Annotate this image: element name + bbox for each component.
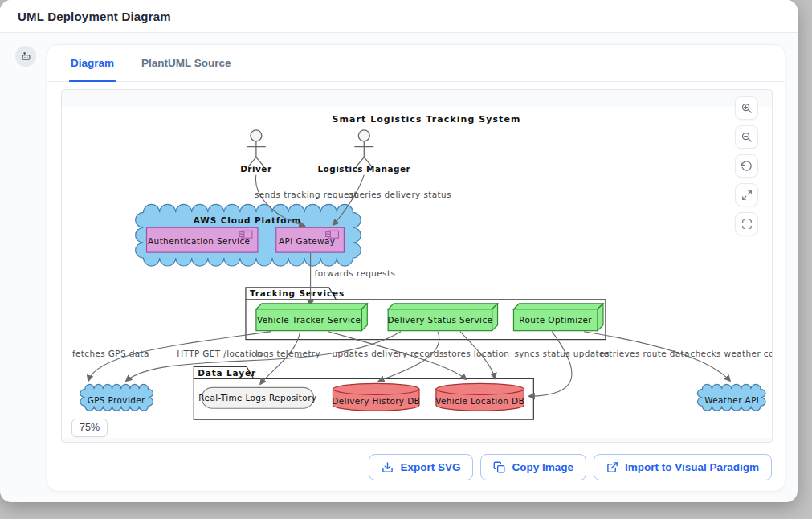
package-label: Tracking Services	[250, 288, 345, 298]
zoom-level-badge: 75%	[71, 419, 108, 437]
database-node: Delivery History DB	[332, 383, 420, 411]
expand-icon	[741, 190, 753, 201]
edge-label: syncs status updates	[514, 349, 609, 358]
diagram-card: Diagram PlantUML Source Smart Logistics …	[47, 44, 785, 492]
expand-button[interactable]	[735, 183, 758, 206]
fullscreen-button[interactable]	[735, 212, 758, 235]
cloud-label: Weather API	[704, 395, 759, 405]
edge-label: queries delivery status	[348, 190, 451, 199]
app-window: UML Deployment Diagram Diagram PlantUML …	[0, 0, 798, 502]
copy-image-button[interactable]: Copy Image	[480, 454, 586, 480]
database-label: Vehicle Location DB	[435, 396, 524, 406]
copy-icon	[493, 461, 505, 473]
fullscreen-icon	[741, 219, 753, 230]
node-label: Vehicle Tracker Service	[257, 315, 361, 325]
page-content: Diagram PlantUML Source Smart Logistics …	[0, 33, 798, 502]
edge-label: sends tracking request	[255, 190, 357, 199]
page-title: UML Deployment Diagram	[18, 10, 171, 23]
actor-label: Driver	[240, 164, 272, 174]
uml-deployment-diagram: Smart Logistics Tracking SystemAWS Cloud…	[62, 107, 772, 438]
edge-label: forwards requests	[315, 268, 396, 278]
cloud-label: AWS Cloud Platform	[194, 215, 301, 225]
cloud-node: Weather API	[697, 384, 765, 411]
package-label: Data Layer	[198, 368, 256, 378]
zoom-in-icon	[741, 102, 753, 114]
export-svg-button[interactable]: Export SVG	[369, 454, 473, 480]
database-node: Vehicle Location DB	[435, 383, 524, 411]
zoom-controls	[735, 96, 758, 235]
edge-label: retrieves route data	[600, 349, 690, 358]
actor-label: Logistics Manager	[317, 164, 410, 174]
external-link-icon	[606, 461, 618, 473]
zoom-out-button[interactable]	[735, 125, 758, 149]
node-3d: Route Optimizer	[513, 304, 602, 331]
cloud-node: GPS Provider	[80, 384, 153, 411]
actor-head	[251, 130, 262, 141]
import-visual-paradigm-button[interactable]: Import to Visual Paradigm	[594, 454, 772, 480]
actor	[247, 130, 266, 167]
reset-view-button[interactable]	[735, 154, 758, 178]
edge-label: logs telemetry	[255, 349, 320, 358]
node-label: Route Optimizer	[519, 315, 592, 325]
tab-plantuml-source[interactable]: PlantUML Source	[140, 45, 233, 81]
node-3d: Vehicle Tracker Service	[256, 304, 367, 331]
reset-icon	[741, 160, 753, 172]
action-bar: Export SVG Copy Image Import to Visual P…	[369, 454, 772, 480]
actor-head	[358, 130, 369, 141]
edge-label: updates delivery records	[332, 349, 443, 358]
download-icon	[382, 461, 394, 473]
bot-button[interactable]	[15, 46, 36, 67]
tab-diagram[interactable]: Diagram	[69, 45, 116, 81]
diagram-edge	[528, 332, 572, 397]
app-header: UML Deployment Diagram	[0, 0, 798, 33]
zoom-out-icon	[741, 131, 753, 143]
tab-bar: Diagram PlantUML Source	[47, 45, 785, 82]
edge-label: checks weather con	[690, 349, 772, 358]
storage-label: Real-Time Logs Repository	[198, 393, 316, 403]
edge-label: fetches GPS data	[72, 349, 149, 358]
edge-label: HTTP GET /location	[177, 349, 263, 358]
diagram-canvas[interactable]: Smart Logistics Tracking SystemAWS Cloud…	[62, 107, 772, 438]
component-label: API Gateway	[279, 236, 335, 246]
node-3d: Delivery Status Service	[387, 304, 497, 331]
database-label: Delivery History DB	[332, 396, 420, 406]
diagram-viewer: Smart Logistics Tracking SystemAWS Cloud…	[61, 89, 773, 443]
edge-label: stores location	[443, 349, 510, 358]
cloud-label: GPS Provider	[88, 395, 145, 405]
node-label: Delivery Status Service	[387, 315, 492, 325]
robot-icon	[20, 51, 32, 63]
component-node: API Gateway	[276, 227, 345, 252]
storage-node: Real-Time Logs Repository	[198, 387, 316, 408]
component-label: Authentication Service	[148, 236, 250, 246]
zoom-in-button[interactable]	[735, 96, 758, 120]
actor	[354, 130, 373, 167]
component-node: Authentication Service	[147, 227, 258, 252]
diagram-title: Smart Logistics Tracking System	[332, 114, 520, 125]
